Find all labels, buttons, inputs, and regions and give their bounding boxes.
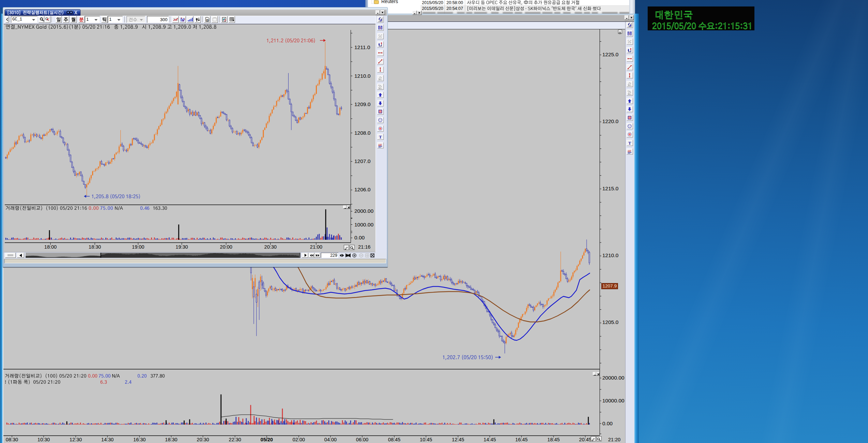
svg-text:ALL: ALL <box>378 84 381 86</box>
svg-text:C: C <box>379 34 380 36</box>
svg-text:T: T <box>379 134 382 139</box>
svg-text:P: P <box>381 36 382 39</box>
